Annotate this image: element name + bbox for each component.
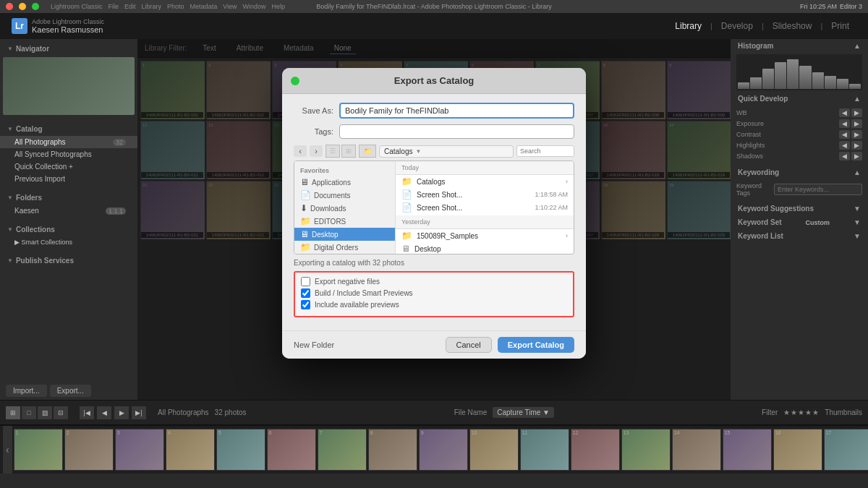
catalog-quick-collection[interactable]: Quick Collection +: [0, 160, 137, 173]
catalog-header[interactable]: Catalog: [0, 122, 137, 136]
metadata-menu[interactable]: Metadata: [190, 3, 218, 10]
film-thumb-5[interactable]: 5: [216, 429, 265, 471]
keywording-section-header[interactable]: Keywording ▲: [731, 166, 868, 179]
catalog-all-photographs[interactable]: All Photographs 32: [0, 136, 137, 148]
smart-previews-checkbox[interactable]: [301, 288, 310, 298]
module-library[interactable]: Library: [668, 18, 709, 34]
film-thumb-12[interactable]: 12: [571, 429, 620, 471]
highlights-down-btn[interactable]: ◀: [839, 141, 850, 150]
star-3[interactable]: ★: [798, 408, 804, 416]
module-develop[interactable]: Develop: [714, 18, 760, 34]
close-button[interactable]: [6, 3, 13, 10]
file-samples[interactable]: 📁 150089R_Samples ›: [396, 229, 574, 242]
view-menu[interactable]: View: [223, 3, 237, 10]
module-print[interactable]: Print: [824, 18, 856, 34]
file-menu[interactable]: File: [109, 3, 119, 10]
compare-view-button[interactable]: ▧: [38, 406, 52, 419]
window-menu[interactable]: Window: [243, 3, 266, 10]
folders-header[interactable]: Folders: [0, 191, 137, 205]
photo-menu[interactable]: Photo: [167, 3, 184, 10]
histogram-section-header[interactable]: Histogram ▲: [731, 39, 868, 53]
save-as-input[interactable]: [339, 103, 574, 119]
wb-up-btn[interactable]: ▶: [851, 108, 862, 117]
edit-menu[interactable]: Edit: [124, 3, 136, 10]
shadows-up-btn[interactable]: ▶: [851, 152, 862, 160]
contrast-up-btn[interactable]: ▶: [851, 130, 862, 139]
minimize-button[interactable]: [19, 3, 26, 10]
folder-kaesen[interactable]: Kaesen 1.1.1: [0, 205, 137, 217]
export-catalog-button[interactable]: Export Catalog: [498, 337, 574, 353]
keyword-suggestions-header[interactable]: Keyword Suggestions ▼: [731, 202, 868, 215]
collections-header[interactable]: Collections: [0, 223, 137, 236]
sidebar-editors[interactable]: 📁 EDITORS: [294, 215, 395, 228]
film-thumb-11[interactable]: 11: [520, 429, 569, 471]
film-thumb-3[interactable]: 3: [115, 429, 164, 471]
tags-input[interactable]: [339, 124, 574, 139]
catalog-previous-import[interactable]: Previous Import: [0, 173, 137, 185]
browser-search-input[interactable]: [516, 145, 574, 157]
survey-view-button[interactable]: ⊟: [54, 406, 68, 419]
available-previews-checkbox[interactable]: [301, 300, 310, 309]
new-folder-button[interactable]: New Folder: [294, 341, 334, 349]
filmstrip-left-arrow[interactable]: ‹: [3, 426, 12, 474]
publish-header[interactable]: Publish Services: [0, 254, 137, 267]
sidebar-documents[interactable]: 📄 Documents: [294, 189, 395, 202]
file-screenshot2[interactable]: 📄 Screen Shot... 1:10:22 AM: [396, 201, 574, 214]
sidebar-applications[interactable]: 🖥 Applications: [294, 176, 395, 189]
loupe-view-button[interactable]: □: [22, 406, 36, 419]
file-desktop-entry[interactable]: 🖥 Desktop: [396, 242, 574, 254]
keyword-tags-input[interactable]: [774, 184, 862, 195]
film-thumb-17[interactable]: 17: [824, 429, 868, 471]
film-thumb-9[interactable]: 9: [419, 429, 468, 471]
film-thumb-4[interactable]: 4: [166, 429, 215, 471]
browser-forward-btn[interactable]: ›: [310, 145, 323, 157]
navigator-header[interactable]: Navigator: [0, 42, 137, 56]
quickdev-section-header[interactable]: Quick Develop ▲: [731, 92, 868, 106]
module-slideshow[interactable]: Slideshow: [765, 18, 820, 34]
file-catalogs[interactable]: 📁 Catalogs ›: [396, 175, 574, 188]
window-controls[interactable]: Lightroom Classic File Edit Library Phot…: [6, 3, 285, 10]
film-thumb-15[interactable]: 15: [723, 429, 772, 471]
highlights-up-btn[interactable]: ▶: [851, 141, 862, 150]
first-photo-btn[interactable]: |◀: [80, 406, 94, 419]
star-4[interactable]: ★: [805, 408, 812, 416]
export-button[interactable]: Export...: [50, 385, 91, 397]
film-thumb-13[interactable]: 13: [621, 429, 671, 471]
grid-view-btn[interactable]: ⊞: [341, 145, 356, 158]
sort-select[interactable]: Capture Time ▼: [493, 407, 554, 418]
library-menu[interactable]: Library: [142, 3, 162, 10]
new-folder-icon-btn[interactable]: 📁: [359, 145, 376, 158]
list-view-btn[interactable]: ☰: [326, 145, 340, 158]
help-menu[interactable]: Help: [272, 3, 286, 10]
star-1[interactable]: ★: [783, 408, 790, 416]
contrast-down-btn[interactable]: ◀: [839, 130, 850, 139]
dialog-close-dot[interactable]: [291, 77, 299, 85]
catalog-synced[interactable]: All Synced Photographs: [0, 148, 137, 160]
shadows-down-btn[interactable]: ◀: [839, 152, 850, 160]
smart-collections[interactable]: ▶ Smart Collections: [0, 236, 137, 248]
star-2[interactable]: ★: [791, 408, 797, 416]
sidebar-digital-orders[interactable]: 📁 Digital Orders: [294, 241, 395, 254]
exposure-up-btn[interactable]: ▶: [851, 119, 862, 128]
next-photo-btn[interactable]: ▶: [114, 406, 129, 419]
cancel-button[interactable]: Cancel: [446, 337, 492, 353]
film-thumb-6[interactable]: 6: [267, 429, 316, 471]
sidebar-desktop[interactable]: 🖥 Desktop: [294, 228, 395, 241]
wb-down-btn[interactable]: ◀: [839, 108, 850, 117]
keyword-set-header[interactable]: Keyword Set Custom ▼: [731, 215, 868, 229]
film-thumb-14[interactable]: 14: [672, 429, 721, 471]
film-thumb-1[interactable]: 1: [14, 429, 63, 471]
film-thumb-16[interactable]: 16: [773, 429, 822, 471]
star-5[interactable]: ★: [812, 408, 819, 416]
film-thumb-8[interactable]: 8: [368, 429, 417, 471]
film-thumb-2[interactable]: 2: [64, 429, 114, 471]
import-button[interactable]: Import...: [6, 385, 47, 397]
file-screenshot1[interactable]: 📄 Screen Shot... 1:18:58 AM: [396, 188, 574, 201]
keyword-list-header[interactable]: Keyword List ▼: [731, 229, 868, 243]
last-photo-btn[interactable]: ▶|: [132, 406, 146, 419]
sidebar-downloads[interactable]: ⬇ Downloads: [294, 202, 395, 215]
maximize-button[interactable]: [32, 3, 39, 10]
export-negative-checkbox[interactable]: [301, 277, 310, 286]
browser-back-btn[interactable]: ‹: [294, 145, 307, 157]
film-thumb-10[interactable]: 10: [469, 429, 519, 471]
